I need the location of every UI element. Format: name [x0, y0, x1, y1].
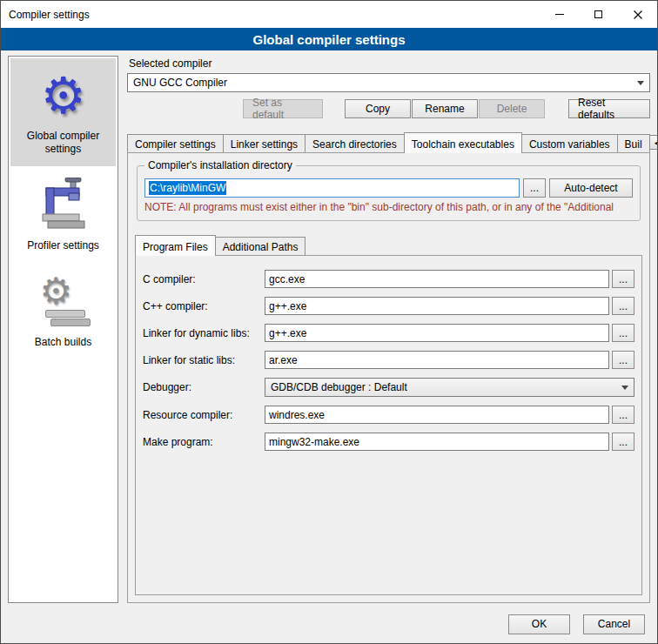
cpp-compiler-input[interactable]: g++.exe [265, 297, 609, 315]
install-dir-browse-button[interactable]: ... [523, 178, 546, 198]
c-compiler-browse-button[interactable]: ... [612, 270, 634, 288]
c-compiler-value: gcc.exe [269, 273, 305, 285]
selected-compiler-label: Selected compiler [129, 57, 650, 70]
tab-program-files[interactable]: Program Files [135, 235, 216, 256]
sidebar-item-label: Batch builds [35, 336, 91, 349]
form-row-static-linker: Linker for static libs: ar.exe ... [143, 351, 634, 369]
debugger-value: GDB/CDB debugger : Default [271, 381, 407, 393]
dynamic-linker-label: Linker for dynamic libs: [143, 327, 265, 339]
close-button[interactable] [618, 1, 657, 28]
dialog-header: Global compiler settings [1, 28, 657, 50]
window-title: Compiler settings [1, 9, 90, 21]
window-controls [540, 1, 657, 28]
static-linker-value: ar.exe [269, 354, 298, 366]
tab-toolchain-executables[interactable]: Toolchain executables [404, 132, 522, 153]
make-program-browse-button[interactable]: ... [612, 433, 634, 451]
tab-scroll-arrows: ◂ ▸ [649, 135, 658, 150]
make-program-label: Make program: [143, 436, 265, 448]
form-row-resource-compiler: Resource compiler: windres.exe ... [143, 406, 634, 424]
installation-directory-legend: Compiler's installation directory [144, 159, 296, 171]
installation-directory-row: C:\raylib\MinGW ... Auto-detect [144, 178, 633, 198]
make-program-value: mingw32-make.exe [269, 436, 359, 448]
selected-compiler-value: GNU GCC Compiler [133, 77, 227, 89]
form-row-debugger: Debugger: GDB/CDB debugger : Default [143, 378, 634, 397]
dynamic-linker-value: g++.exe [269, 327, 306, 339]
install-dir-input[interactable]: C:\raylib\MinGW [144, 178, 520, 198]
tab-linker-settings[interactable]: Linker settings [223, 134, 306, 152]
static-linker-label: Linker for static libs: [143, 354, 265, 366]
resource-compiler-value: windres.exe [269, 409, 325, 421]
installation-directory-groupbox: Compiler's installation directory C:\ray… [137, 165, 641, 221]
close-icon [633, 10, 643, 20]
resource-compiler-label: Resource compiler: [143, 409, 265, 421]
chevron-left-icon: ◂ [655, 138, 658, 147]
gray-gear-icon: ⚙ [40, 272, 73, 312]
c-compiler-input[interactable]: gcc.exe [265, 270, 609, 288]
install-dir-selected-text: C:\raylib\MinGW [149, 181, 226, 195]
cpp-compiler-label: C++ compiler: [143, 300, 265, 312]
clamp-icon [36, 178, 91, 233]
stack-plate-icon [45, 310, 85, 318]
debugger-label: Debugger: [143, 381, 265, 393]
form-row-dynamic-linker: Linker for dynamic libs: g++.exe ... [143, 324, 634, 342]
settings-tabstrip: Compiler settings Linker settings Search… [127, 132, 650, 152]
autodetect-button[interactable]: Auto-detect [549, 178, 633, 198]
tab-additional-paths[interactable]: Additional Paths [215, 237, 306, 255]
compiler-action-buttons: Set as default Copy Rename Delete Reset … [127, 99, 650, 118]
ok-button[interactable]: OK [508, 614, 570, 634]
form-row-c-compiler: C compiler: gcc.exe ... [143, 270, 634, 288]
dynamic-linker-browse-button[interactable]: ... [612, 324, 634, 342]
tab-compiler-settings[interactable]: Compiler settings [127, 134, 224, 152]
static-linker-input[interactable]: ar.exe [265, 351, 609, 369]
cpp-compiler-browse-button[interactable]: ... [612, 297, 634, 315]
program-files-tabstrip: Program Files Additional Paths [135, 235, 642, 255]
titlebar: Compiler settings [1, 1, 657, 28]
tab-custom-variables[interactable]: Custom variables [521, 134, 618, 152]
copy-button[interactable]: Copy [345, 99, 411, 118]
reset-defaults-button[interactable]: Reset defaults [568, 99, 650, 118]
sidebar-item-batch-builds[interactable]: ⚙ Batch builds [10, 265, 116, 359]
program-files-panel: C compiler: gcc.exe ... C++ compiler: g+… [135, 255, 642, 595]
chevron-down-icon [637, 81, 644, 85]
debugger-dropdown[interactable]: GDB/CDB debugger : Default [265, 378, 634, 397]
minimize-icon [555, 14, 564, 15]
compiler-settings-window: Compiler settings Global compiler settin… [0, 0, 658, 644]
settings-category-list: ⚙ Global compiler settings Pr [8, 56, 118, 603]
dialog-body: ⚙ Global compiler settings Pr [1, 50, 657, 610]
tab-search-directories[interactable]: Search directories [305, 134, 405, 152]
main-panel: Selected compiler GNU GCC Compiler Set a… [127, 56, 650, 603]
batch-builds-gear-icon: ⚙ [35, 273, 92, 331]
maximize-button[interactable] [579, 1, 618, 28]
gear-icon: ⚙ [41, 68, 86, 124]
tab-build-options[interactable]: Buil [617, 134, 650, 152]
stack-plate-icon [50, 319, 91, 326]
bin-subdirectory-note: NOTE: All programs must exist either in … [144, 201, 633, 213]
profiler-clamp-icon [35, 177, 92, 234]
sidebar-item-label: Profiler settings [27, 239, 99, 252]
resource-compiler-browse-button[interactable]: ... [612, 406, 634, 424]
minimize-button[interactable] [540, 1, 579, 28]
make-program-input[interactable]: mingw32-make.exe [265, 433, 609, 451]
form-row-cpp-compiler: C++ compiler: g++.exe ... [143, 297, 634, 315]
c-compiler-label: C compiler: [143, 273, 265, 285]
resource-compiler-input[interactable]: windres.exe [265, 406, 609, 424]
sidebar-item-label: Global compiler settings [14, 130, 112, 156]
dialog-footer: OK Cancel [1, 610, 657, 643]
delete-button: Delete [479, 99, 545, 118]
static-linker-browse-button[interactable]: ... [612, 351, 634, 369]
sidebar-item-global-compiler-settings[interactable]: ⚙ Global compiler settings [10, 58, 116, 166]
sidebar-item-profiler-settings[interactable]: Profiler settings [10, 168, 116, 263]
set-as-default-button: Set as default [243, 99, 323, 118]
tab-scroll-left-button[interactable]: ◂ [649, 135, 658, 150]
selected-compiler-dropdown[interactable]: GNU GCC Compiler [127, 73, 650, 92]
global-compiler-settings-gear-icon: ⚙ [35, 67, 92, 124]
chevron-down-icon [621, 386, 628, 390]
maximize-icon [594, 10, 602, 18]
dynamic-linker-input[interactable]: g++.exe [265, 324, 609, 342]
cancel-button[interactable]: Cancel [583, 614, 645, 634]
toolchain-executables-panel: Compiler's installation directory C:\ray… [127, 152, 650, 603]
form-row-make-program: Make program: mingw32-make.exe ... [143, 433, 634, 451]
rename-button[interactable]: Rename [412, 99, 478, 118]
cpp-compiler-value: g++.exe [269, 300, 306, 312]
dialog-header-title: Global compiler settings [252, 32, 405, 47]
